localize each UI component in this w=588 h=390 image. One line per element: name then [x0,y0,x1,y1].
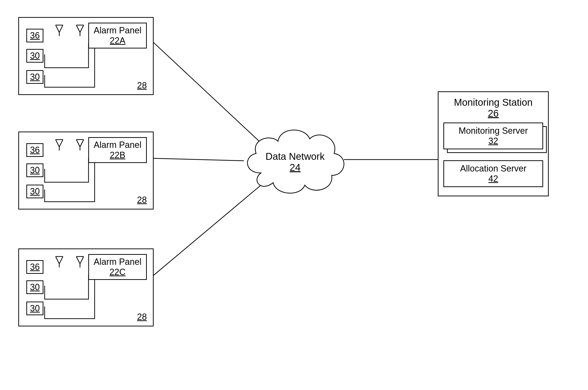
wired-sensor-ref-a-1: 30 [30,51,40,61]
premise-box-a: Alarm Panel 22A 36 30 30 28 [18,17,154,95]
monitoring-station-label: Monitoring Station [454,97,532,108]
wired-sensor-b-2: 30 [26,185,43,198]
alarm-panel-ref-b: 22B [110,150,125,160]
wired-sensor-ref-c-2: 30 [30,303,40,313]
premise-ref-c: 28 [137,312,147,322]
alarm-panel-label-c: Alarm Panel [94,257,141,267]
premise-ref-a: 28 [137,80,147,91]
wireless-sensor-a: 36 [26,29,43,42]
premise-box-b: Alarm Panel 22B 36 30 30 28 [18,132,154,209]
alarm-panel-ref-c: 22C [110,267,126,277]
wireless-sensor-ref-b: 36 [30,145,40,155]
wired-sensor-ref-b-2: 30 [30,186,40,196]
allocation-server-box: Allocation Server 42 [443,160,543,187]
wireless-sensor-ref-a: 36 [30,30,40,41]
monitoring-server-label: Monitoring Server [459,126,528,136]
premise-box-c: Alarm Panel 22C 36 30 30 28 [18,248,154,326]
antenna-panel-c [74,255,86,267]
allocation-server-label: Allocation Server [460,163,526,173]
antenna-sensor-b [53,138,65,150]
allocation-server-ref: 42 [488,174,498,184]
wired-sensor-c-1: 30 [26,280,43,294]
alarm-panel-ref-a: 22A [110,36,125,46]
antenna-panel-b [74,138,86,150]
monitoring-server-stack: Monitoring Server 32 [443,123,543,149]
wired-sensor-c-2: 30 [26,301,43,315]
monitoring-server-ref: 32 [488,136,498,146]
svg-line-1 [154,158,244,161]
alarm-panel-b: Alarm Panel 22B [88,137,147,163]
wired-sensor-ref-b-1: 30 [30,165,40,175]
antenna-sensor-a [53,24,65,36]
wired-sensor-ref-a-2: 30 [30,72,40,82]
monitoring-station-ref: 26 [488,108,499,119]
wired-sensor-b-1: 30 [26,163,43,177]
antenna-panel-a [74,24,86,36]
network-cloud-label: Data Network 24 [263,151,327,173]
wired-sensor-ref-c-1: 30 [30,282,40,292]
wired-sensor-a-1: 30 [26,49,43,63]
monitoring-station-box: Monitoring Station 26 Monitoring Server … [438,91,549,196]
wireless-sensor-c: 36 [26,260,43,274]
alarm-panel-label-b: Alarm Panel [94,140,141,150]
wired-sensor-a-2: 30 [26,70,43,84]
wireless-sensor-b: 36 [26,143,43,157]
alarm-panel-a: Alarm Panel 22A [88,23,147,49]
premise-ref-b: 28 [137,195,147,205]
wireless-sensor-ref-c: 36 [30,262,40,272]
alarm-panel-label-a: Alarm Panel [94,25,141,35]
network-label-text: Data Network [266,151,325,162]
network-ref: 24 [290,162,301,173]
alarm-panel-c: Alarm Panel 22C [88,254,147,280]
monitoring-station-title: Monitoring Station 26 [443,97,543,119]
antenna-sensor-c [53,255,65,267]
monitoring-server-box: Monitoring Server 32 [443,123,543,149]
